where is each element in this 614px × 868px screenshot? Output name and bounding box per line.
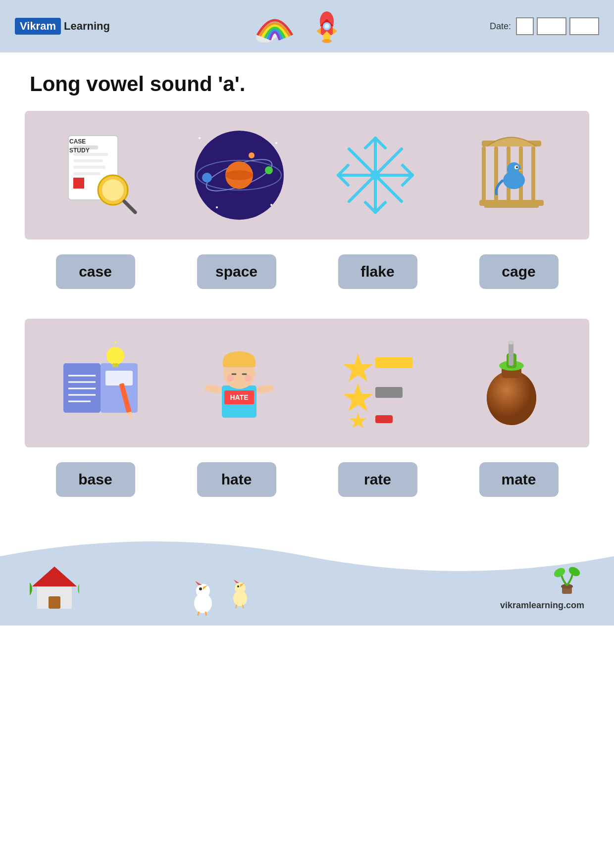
footer-website-text: vikramlearning.com bbox=[500, 600, 584, 610]
svg-point-32 bbox=[275, 142, 277, 144]
logo-vikram: Vikram bbox=[15, 18, 61, 35]
svg-point-21 bbox=[102, 179, 124, 201]
svg-point-31 bbox=[199, 137, 201, 139]
svg-point-81 bbox=[227, 375, 234, 382]
row1-word-cards: case space flake cage bbox=[25, 254, 589, 289]
svg-point-69 bbox=[106, 347, 124, 365]
svg-text:HATE: HATE bbox=[230, 393, 248, 401]
space-image bbox=[192, 128, 286, 222]
svg-rect-90 bbox=[375, 415, 393, 423]
svg-point-59 bbox=[516, 166, 518, 168]
rate-image bbox=[331, 338, 420, 428]
svg-marker-100 bbox=[32, 567, 77, 586]
base-image-cell bbox=[46, 334, 160, 433]
date-box-2[interactable] bbox=[537, 17, 566, 35]
date-boxes bbox=[516, 17, 599, 35]
svg-rect-14 bbox=[73, 159, 103, 162]
svg-rect-86 bbox=[375, 357, 412, 368]
hate-image: HATE bbox=[195, 338, 284, 428]
case-study-image: CASE STUDY bbox=[58, 131, 148, 220]
base-image bbox=[58, 338, 148, 428]
word-card-hate: hate bbox=[197, 462, 276, 497]
svg-marker-7 bbox=[316, 28, 321, 35]
svg-marker-73 bbox=[126, 412, 133, 420]
svg-point-27 bbox=[225, 170, 253, 180]
svg-point-29 bbox=[265, 166, 273, 174]
svg-rect-16 bbox=[73, 172, 101, 175]
svg-point-122 bbox=[553, 567, 567, 579]
svg-point-117 bbox=[237, 585, 239, 587]
logo-learning: Learning bbox=[64, 20, 110, 33]
rate-image-cell bbox=[318, 334, 432, 433]
date-section: Date: bbox=[490, 17, 599, 35]
svg-point-10 bbox=[322, 39, 332, 43]
svg-marker-89 bbox=[350, 413, 366, 428]
hate-image-cell: HATE bbox=[182, 334, 296, 433]
svg-line-111 bbox=[197, 612, 199, 616]
svg-point-34 bbox=[270, 204, 272, 206]
cage-image bbox=[467, 131, 556, 220]
word-card-space: space bbox=[197, 254, 276, 289]
svg-point-110 bbox=[199, 587, 202, 590]
svg-line-119 bbox=[243, 605, 244, 608]
row2-image-panel: HATE bbox=[25, 319, 589, 447]
svg-rect-70 bbox=[112, 363, 118, 367]
cage-image-cell bbox=[455, 126, 568, 225]
svg-line-118 bbox=[235, 605, 237, 608]
svg-point-97 bbox=[508, 340, 514, 344]
word-card-rate: rate bbox=[338, 462, 417, 497]
word-card-cage: cage bbox=[479, 254, 559, 289]
svg-rect-88 bbox=[375, 387, 403, 398]
svg-line-112 bbox=[205, 612, 207, 616]
rocket-icon bbox=[309, 9, 344, 44]
date-label: Date: bbox=[490, 21, 511, 32]
header-icons bbox=[255, 9, 344, 44]
word-card-case: case bbox=[56, 254, 135, 289]
svg-marker-87 bbox=[343, 383, 373, 411]
svg-rect-68 bbox=[105, 371, 133, 386]
row2-word-cards: base hate rate mate bbox=[25, 462, 589, 497]
svg-point-28 bbox=[202, 173, 212, 183]
space-image-cell bbox=[182, 126, 296, 225]
footer-website-area: vikramlearning.com bbox=[500, 567, 584, 611]
row1-image-panel: CASE STUDY bbox=[25, 111, 589, 240]
svg-point-123 bbox=[567, 567, 582, 578]
word-card-base: base bbox=[56, 462, 135, 497]
svg-point-114 bbox=[235, 582, 246, 593]
mate-image-cell bbox=[455, 334, 568, 433]
date-box-3[interactable] bbox=[569, 17, 599, 35]
svg-line-22 bbox=[124, 201, 135, 212]
svg-rect-101 bbox=[49, 596, 60, 609]
svg-point-104 bbox=[78, 580, 79, 598]
svg-rect-15 bbox=[73, 166, 105, 169]
mate-image bbox=[467, 338, 556, 428]
flake-image-cell bbox=[318, 126, 432, 225]
footer: vikramlearning.com bbox=[0, 527, 614, 626]
svg-point-33 bbox=[216, 206, 218, 208]
footer-plant-icon bbox=[500, 567, 584, 596]
word-card-flake: flake bbox=[338, 254, 417, 289]
svg-marker-85 bbox=[343, 353, 373, 382]
svg-point-82 bbox=[245, 375, 252, 382]
svg-marker-8 bbox=[333, 28, 337, 35]
svg-rect-83 bbox=[204, 384, 222, 394]
page-title: Long vowel sound 'a'. bbox=[0, 52, 614, 111]
date-box-1[interactable] bbox=[516, 17, 534, 35]
svg-rect-53 bbox=[531, 146, 535, 201]
svg-rect-17 bbox=[73, 178, 84, 189]
footer-chickens bbox=[188, 576, 253, 616]
word-card-mate: mate bbox=[479, 462, 559, 497]
header: Vikram Learning D bbox=[0, 0, 614, 52]
svg-marker-109 bbox=[195, 581, 202, 585]
svg-rect-96 bbox=[509, 341, 513, 366]
svg-point-47 bbox=[370, 170, 380, 180]
case-study-image-cell: CASE STUDY bbox=[46, 126, 160, 225]
svg-rect-49 bbox=[482, 146, 486, 201]
logo-container: Vikram Learning bbox=[15, 18, 110, 35]
flake-image bbox=[331, 131, 420, 220]
footer-house-icon bbox=[30, 564, 79, 616]
svg-point-30 bbox=[249, 152, 255, 158]
svg-point-57 bbox=[507, 162, 521, 176]
svg-text:STUDY: STUDY bbox=[69, 147, 90, 154]
svg-point-92 bbox=[487, 371, 536, 425]
